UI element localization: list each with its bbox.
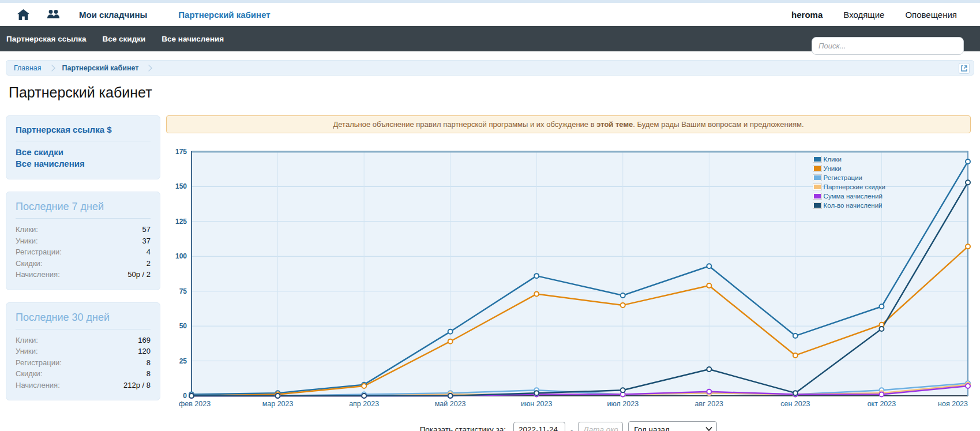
stat-row-clicks: Клики: 57 [16,224,151,235]
stat-label: Клики: [16,224,38,235]
chevron-right-icon [146,65,152,71]
home-icon[interactable] [17,9,29,20]
stat-label: Начисления: [16,380,60,391]
stat-value: 8 [147,368,151,380]
svg-text:сен 2023: сен 2023 [780,400,810,408]
page-title: Партнерский кабинет [9,84,980,101]
stat-row-accruals: Начисления: 50р / 2 [16,269,151,280]
people-icon[interactable] [47,9,62,20]
legend-item[interactable]: Регистрации [813,173,885,182]
svg-text:150: 150 [175,182,187,190]
svg-text:окт 2023: окт 2023 [868,400,896,408]
legend-item[interactable]: Партнерские скидки [813,182,885,191]
sidebar-all-discounts-link[interactable]: Все скидки [16,147,151,158]
legend-swatch [813,193,822,200]
stat-label: Уники: [16,346,38,357]
stats-chart-wrap: 0255075100125150175фев 2023мар 2023апр 2… [166,147,971,414]
svg-text:25: 25 [179,357,187,365]
banner-text-before: Детальное объяснение правил партнерской … [333,120,596,129]
legend-label: Регистрации [824,174,862,181]
stat-value: 169 [138,335,151,346]
info-banner: Детальное объяснение правил партнерской … [166,115,971,133]
svg-text:мар 2023: мар 2023 [262,400,294,408]
legend-label: Кол-во начислений [824,202,883,209]
alerts-link[interactable]: Оповещения [905,10,957,20]
partner-links-box: Партнерская ссылка $ Все скидки Все начи… [6,115,160,179]
svg-text:ноя 2023: ноя 2023 [938,400,968,408]
external-link-icon[interactable] [959,63,970,74]
svg-text:июл 2023: июл 2023 [607,400,639,408]
stat-row-discounts: Скидки: 2 [16,258,151,269]
chevron-right-icon [48,65,55,71]
stat-value: 4 [147,246,151,258]
period-label: Показать статистику за: [420,425,506,431]
period-select[interactable]: Год назад [628,421,717,431]
stat-label: Начисления: [16,269,60,280]
stats-box-30-days: Последние 30 дней Клики: 169 Уники: 120 … [6,302,160,401]
stat-label: Регистрации: [16,357,62,369]
stat-row-uniques: Уники: 37 [16,235,151,247]
legend-label: Партнерские скидки [824,183,885,190]
svg-text:0: 0 [183,392,187,400]
svg-text:фев 2023: фев 2023 [179,400,211,408]
stat-row-uniques: Уники: 120 [16,346,151,357]
legend-swatch [813,183,822,190]
svg-text:75: 75 [179,287,187,295]
date-to-input[interactable] [578,422,623,431]
legend-item[interactable]: Уники [813,164,885,173]
divider [16,141,151,141]
username-link[interactable]: heroma [791,10,823,20]
inbox-link[interactable]: Входящие [843,10,884,20]
legend-swatch [813,202,822,209]
divider [16,329,151,329]
stat-value: 212р / 8 [123,380,151,391]
stat-value: 50р / 2 [127,269,151,280]
stat-row-registrations: Регистрации: 8 [16,357,151,369]
subnav-partner-link[interactable]: Партнерская ссылка [6,35,87,43]
search-input[interactable] [812,37,964,55]
legend-swatch [813,165,822,172]
chart-legend: КликиУникиРегистрацииПартнерские скидкиС… [813,155,885,209]
banner-topic-link[interactable]: этой теме [596,120,633,129]
stat-row-registrations: Регистрации: 4 [16,246,151,258]
legend-item[interactable]: Сумма начислений [813,192,885,200]
period-select-wrap: Год назад [628,421,717,431]
main-area: Партнерская ссылка $ Все скидки Все начи… [0,115,980,431]
svg-text:100: 100 [175,252,187,260]
date-from-input[interactable] [513,422,565,431]
stats-7-days-title: Последние 7 дней [16,201,151,213]
legend-label: Сумма начислений [824,193,883,200]
nav-partner-cabinet[interactable]: Партнерский кабинет [178,10,270,20]
subnav-all-discounts[interactable]: Все скидки [103,35,146,43]
sidebar-all-accruals-link[interactable]: Все начисления [16,158,151,170]
stat-label: Регистрации: [16,246,62,258]
legend-swatch [813,156,822,163]
stats-30-days-title: Последние 30 дней [16,312,151,324]
svg-text:апр 2023: апр 2023 [349,400,379,408]
divider [16,218,151,219]
svg-text:май 2023: май 2023 [435,400,466,408]
subnav-all-accruals[interactable]: Все начисления [162,35,224,43]
svg-text:125: 125 [175,218,187,226]
sidebar-partner-link[interactable]: Партнерская ссылка $ [16,125,151,134]
legend-label: Клики [824,156,842,163]
period-controls: Показать статистику за: - Год назад [166,421,971,431]
banner-text-after: . Будем рады Вашим вопросам и предложени… [633,120,803,129]
legend-item[interactable]: Кол-во начислений [813,201,885,209]
stat-value: 8 [147,357,151,369]
main-navbar: Мои складчины Партнерский кабинет heroma… [0,3,980,26]
svg-text:авг 2023: авг 2023 [695,400,723,408]
content-area: Детальное объяснение правил партнерской … [166,115,971,431]
nav-my-groupbuys[interactable]: Мои складчины [79,10,147,20]
breadcrumb: Главная Партнерский кабинет [6,60,974,76]
stat-row-accruals: Начисления: 212р / 8 [16,380,151,391]
date-range-separator: - [570,425,573,431]
breadcrumb-current[interactable]: Партнерский кабинет [62,64,139,72]
legend-item[interactable]: Клики [813,155,885,163]
stat-label: Клики: [16,335,38,346]
breadcrumb-home[interactable]: Главная [14,64,42,72]
stat-value: 2 [147,258,151,269]
stat-row-clicks: Клики: 169 [16,335,151,346]
stat-row-discounts: Скидки: 8 [16,368,151,380]
stat-label: Уники: [16,235,38,247]
